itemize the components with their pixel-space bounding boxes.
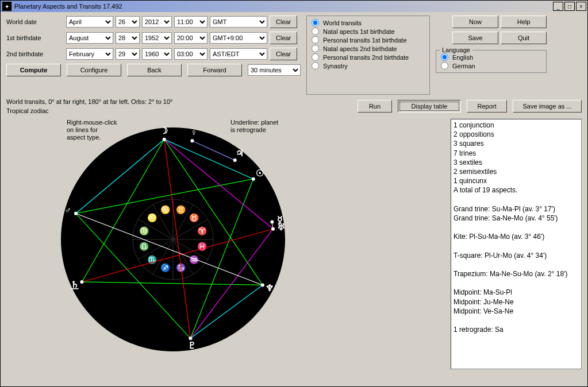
svg-text:♌: ♌ [147,213,157,223]
window-title: Planetary Aspects and Transits 17.492 [14,3,553,10]
svg-text:♍: ♍ [139,226,149,236]
svg-point-56 [80,280,83,284]
mode-world-transits[interactable]: World transits [312,18,425,27]
svg-text:♀: ♀ [190,127,197,137]
language-legend: Language [440,47,472,53]
display-table-button[interactable]: Display table [398,100,461,113]
configure-button[interactable]: Configure [67,64,121,76]
svg-text:♊: ♊ [176,205,186,215]
results-textbox[interactable]: 1 conjunction 2 oppositions 3 squares 7 … [451,119,582,369]
quit-button[interactable]: Quit [501,32,547,44]
world-date-day[interactable]: 26 [116,16,140,28]
info-line-1: World transits, 0° at far right, 180° at… [6,97,358,106]
svg-text:♋: ♋ [160,205,171,215]
svg-point-58 [189,336,192,340]
back-button[interactable]: Back [127,64,182,76]
mode-personal-1st[interactable]: Personal transits 1st birthdate [312,36,425,44]
second-birthdate-year[interactable]: 1960 [142,48,172,60]
svg-point-50 [190,139,194,142]
first-birthdate-tz[interactable]: GMT+9:00 [210,32,267,44]
world-date-tz[interactable]: GMT [210,16,267,28]
titlebar: ✦ Planetary Aspects and Transits 17.492 … [1,1,587,12]
save-image-as-button[interactable]: Save image as ... [513,100,582,113]
close-button[interactable]: × [576,2,586,11]
mode-box: World transits Natal apects 1st birthdat… [306,16,430,95]
svg-text:♓: ♓ [197,242,207,251]
language-group: Language English German [436,50,547,73]
main-area: Right-mouse-click on lines for aspect ty… [6,119,582,383]
first-birthdate-year[interactable]: 1952 [142,32,172,44]
svg-text:♎: ♎ [139,242,149,251]
svg-text:☽: ☽ [160,126,168,136]
top-controls: World date April 26 2012 11:00 GMT Clear… [6,16,582,95]
world-date-month[interactable]: April [66,16,113,28]
mode-natal-1st[interactable]: Natal apects 1st birthdate [312,27,425,36]
compute-row: Compute Configure Back Forward 30 minute… [6,64,301,76]
clear-second-birthdate-button[interactable]: Clear [270,48,297,60]
first-birthdate-month[interactable]: August [66,32,113,44]
second-birthdate-month[interactable]: February [66,48,113,60]
right-buttons: Now Help Save Quit Language English Germ… [436,16,547,95]
app-window: ✦ Planetary Aspects and Transits 17.492 … [0,0,588,387]
compute-button[interactable]: Compute [6,64,61,76]
world-date-year[interactable]: 2012 [142,16,172,28]
clear-first-birthdate-button[interactable]: Clear [270,32,297,44]
svg-point-60 [261,283,264,287]
svg-text:♐: ♐ [160,263,171,273]
run-button[interactable]: Run [358,100,392,113]
mode-select-group: World transits Natal apects 1st birthdat… [306,16,430,95]
second-birthdate-day[interactable]: 29 [116,48,140,60]
mode-personal-2nd[interactable]: Personal transits 2nd birthdate [312,53,425,61]
help-button[interactable]: Help [501,16,547,28]
svg-text:♄: ♄ [71,280,79,289]
now-button[interactable]: Now [452,16,498,28]
second-birthdate-tz[interactable]: AST/EDT [210,48,267,60]
svg-text:☉: ☉ [256,168,264,178]
window-controls: _ □ × [553,2,586,11]
first-birthdate-label: 1st birthdate [6,34,64,41]
mode-synastry[interactable]: Synastry [312,61,425,70]
report-button[interactable]: Report [467,100,507,113]
minimize-button[interactable]: _ [553,2,563,11]
second-birthdate-time[interactable]: 03:00 [174,48,207,60]
aspect-wheel[interactable]: ♈♉♊♋♌♍♎♏♐♑♒♓☉☿♅♃♀☽♂♄♇♆ [52,119,294,360]
info-line-2: Tropical zodiac [6,106,358,115]
world-date-time[interactable]: 11:00 [174,16,207,28]
save-button[interactable]: Save [452,32,498,44]
forward-button[interactable]: Forward [187,64,242,76]
first-birthdate-row: 1st birthdate August 28 1952 20:00 GMT+9… [6,32,301,44]
svg-text:♇: ♇ [188,340,196,350]
first-birthdate-day[interactable]: 28 [116,32,140,44]
mode-natal-2nd[interactable]: Natal apects 2nd birthdate [312,44,425,53]
svg-point-42 [252,177,255,181]
svg-text:♃: ♃ [236,148,244,158]
world-date-label: World date [6,18,64,25]
svg-point-46 [271,227,275,231]
svg-point-52 [163,138,166,141]
svg-text:♉: ♉ [189,213,199,223]
action-row: Run Display table Report Save image as .… [358,100,582,113]
svg-point-44 [270,220,274,224]
maximize-button[interactable]: □ [564,2,575,11]
content-area: World date April 26 2012 11:00 GMT Clear… [1,12,587,386]
svg-point-48 [233,158,237,162]
chart-area: Right-mouse-click on lines for aspect ty… [6,119,445,383]
app-icon: ✦ [2,1,12,11]
svg-text:♆: ♆ [266,283,274,293]
date-inputs: World date April 26 2012 11:00 GMT Clear… [6,16,301,95]
svg-text:♈: ♈ [197,226,207,236]
world-date-row: World date April 26 2012 11:00 GMT Clear [6,16,301,28]
second-birthdate-label: 2nd birthdate [6,51,64,57]
second-birthdate-row: 2nd birthdate February 29 1960 03:00 AST… [6,48,301,60]
svg-text:♅: ♅ [277,222,285,232]
svg-text:♂: ♂ [64,206,71,215]
language-german[interactable]: German [441,61,541,70]
step-select[interactable]: 30 minutes [248,64,301,76]
language-english[interactable]: English [441,53,541,61]
info-lines: World transits, 0° at far right, 180° at… [6,97,582,115]
clear-world-date-button[interactable]: Clear [270,16,297,28]
svg-point-54 [74,212,78,215]
first-birthdate-time[interactable]: 20:00 [174,32,207,44]
